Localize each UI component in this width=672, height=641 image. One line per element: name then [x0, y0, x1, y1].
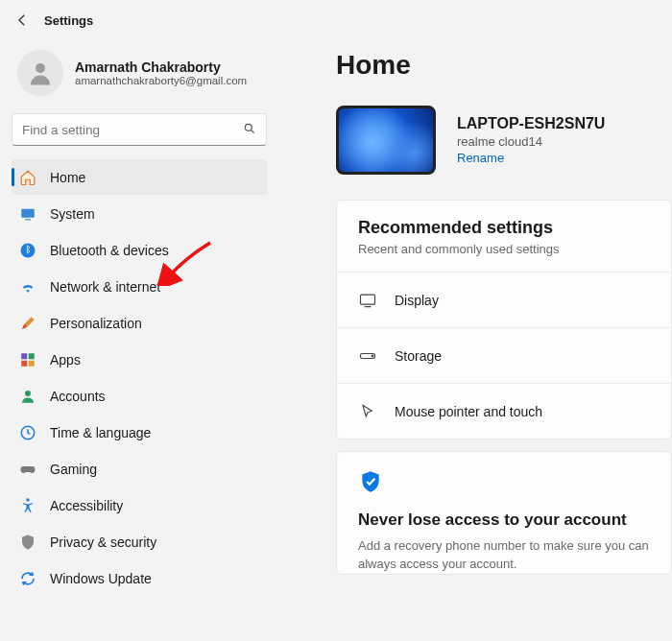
svg-point-0	[36, 63, 45, 73]
row-label: Storage	[395, 348, 442, 364]
page-title: Home	[336, 50, 672, 81]
recommended-subtitle: Recent and commonly used settings	[358, 242, 650, 256]
recommended-card: Recommended settings Recent and commonly…	[336, 200, 672, 439]
brush-icon	[19, 315, 36, 332]
row-storage[interactable]: Storage	[337, 327, 671, 383]
user-name: Amarnath Chakraborty	[75, 59, 247, 75]
svg-rect-2	[21, 208, 35, 217]
main-content: Home LAPTOP-ESH2SN7U realme cloud14 Rena…	[278, 36, 672, 596]
nav-system[interactable]: System	[12, 196, 267, 231]
bluetooth-icon	[19, 242, 36, 259]
svg-rect-8	[29, 360, 35, 366]
nav-label: Gaming	[50, 462, 97, 477]
nav-personalization[interactable]: Personalization	[12, 305, 267, 341]
recovery-card: Never lose access to your account Add a …	[336, 451, 672, 575]
nav-label: Apps	[50, 352, 81, 368]
nav-apps[interactable]: Apps	[12, 342, 267, 377]
rename-link[interactable]: Rename	[457, 151, 605, 165]
nav-accessibility[interactable]: Accessibility	[12, 487, 267, 523]
svg-point-9	[25, 391, 31, 396]
svg-point-11	[26, 498, 29, 501]
nav-label: Time & language	[50, 425, 151, 440]
svg-point-14	[372, 355, 373, 357]
display-icon	[358, 291, 377, 310]
app-title: Settings	[44, 13, 93, 28]
recovery-desc: Add a recovery phone number to make sure…	[358, 537, 650, 574]
search-input[interactable]	[22, 123, 243, 137]
user-email: amarnathchakraborty6@gmail.com	[75, 75, 247, 86]
nav-privacy[interactable]: Privacy & security	[12, 524, 267, 559]
home-icon	[19, 169, 36, 186]
recommended-title: Recommended settings	[358, 218, 650, 238]
device-name: LAPTOP-ESH2SN7U	[457, 115, 605, 132]
nav-label: Network & internet	[50, 279, 160, 295]
nav-time[interactable]: Time & language	[12, 415, 267, 450]
nav-label: Accessibility	[50, 498, 123, 513]
device-thumbnail	[336, 106, 436, 175]
person-icon	[19, 388, 36, 405]
nav-label: Bluetooth & devices	[50, 243, 169, 258]
nav-bluetooth[interactable]: Bluetooth & devices	[12, 232, 267, 268]
shield-icon	[19, 534, 36, 551]
back-button[interactable]	[13, 12, 31, 29]
nav-network[interactable]: Network & internet	[12, 269, 267, 304]
svg-rect-6	[29, 353, 35, 359]
sidebar: Amarnath Chakraborty amarnathchakraborty…	[0, 36, 278, 596]
svg-rect-3	[25, 219, 31, 220]
system-icon	[19, 205, 36, 223]
search-box[interactable]	[12, 113, 267, 146]
nav-list: Home System Bluetooth & devices Network …	[12, 159, 267, 596]
nav-gaming[interactable]: Gaming	[12, 451, 267, 487]
gamepad-icon	[19, 461, 36, 478]
user-profile[interactable]: Amarnath Chakraborty amarnathchakraborty…	[12, 42, 267, 109]
shield-check-icon	[358, 482, 383, 497]
pointer-icon	[358, 402, 377, 421]
row-label: Mouse pointer and touch	[395, 404, 542, 419]
row-mouse[interactable]: Mouse pointer and touch	[337, 383, 671, 439]
svg-point-1	[245, 124, 252, 131]
nav-label: System	[50, 206, 95, 222]
wifi-icon	[19, 278, 36, 296]
nav-label: Home	[50, 170, 85, 185]
accessibility-icon	[19, 497, 36, 514]
svg-rect-12	[361, 295, 375, 304]
nav-label: Privacy & security	[50, 534, 156, 550]
search-icon	[243, 122, 256, 138]
update-icon	[19, 570, 36, 587]
recovery-title: Never lose access to your account	[358, 510, 650, 530]
nav-accounts[interactable]: Accounts	[12, 378, 267, 414]
row-display[interactable]: Display	[337, 272, 671, 327]
device-model: realme cloud14	[457, 134, 605, 149]
svg-rect-5	[21, 353, 27, 359]
clock-globe-icon	[19, 424, 36, 441]
device-summary: LAPTOP-ESH2SN7U realme cloud14 Rename	[336, 106, 672, 175]
nav-update[interactable]: Windows Update	[12, 560, 267, 596]
nav-label: Accounts	[50, 389, 106, 404]
row-label: Display	[395, 293, 439, 308]
apps-icon	[19, 351, 36, 368]
nav-label: Personalization	[50, 316, 142, 331]
nav-home[interactable]: Home	[12, 159, 267, 195]
nav-label: Windows Update	[50, 571, 152, 586]
avatar	[17, 50, 63, 96]
svg-rect-7	[21, 360, 27, 366]
storage-icon	[358, 346, 377, 366]
